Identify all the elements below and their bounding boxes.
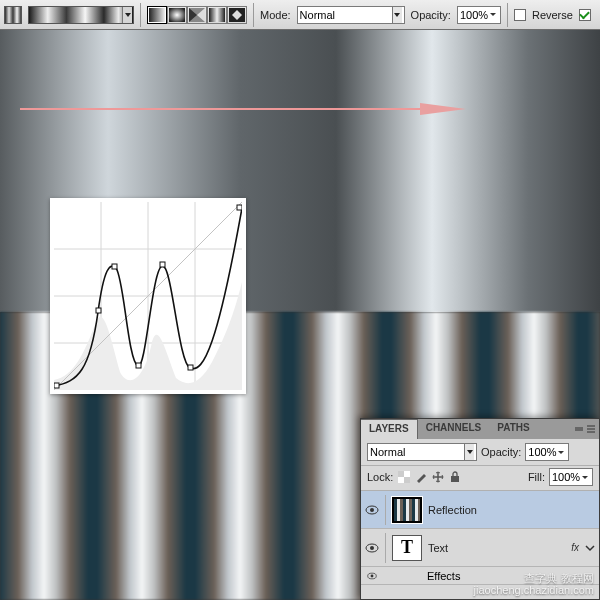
svg-rect-1 bbox=[169, 8, 185, 22]
svg-rect-21 bbox=[237, 205, 242, 210]
gradient-picker-dropdown[interactable] bbox=[122, 7, 132, 23]
svg-rect-23 bbox=[404, 477, 410, 483]
svg-point-32 bbox=[371, 574, 374, 577]
opacity-flyout-icon[interactable] bbox=[558, 451, 566, 454]
layer-thumbnail[interactable] bbox=[392, 497, 422, 523]
layer-blend-mode-value: Normal bbox=[370, 446, 405, 458]
separator bbox=[140, 3, 141, 27]
opacity-flyout-icon[interactable] bbox=[490, 13, 498, 16]
gradient-linear-button[interactable] bbox=[147, 6, 167, 24]
effects-row[interactable]: Effects bbox=[361, 567, 599, 585]
visibility-eye-icon[interactable] bbox=[367, 571, 377, 581]
mode-label: Mode: bbox=[260, 9, 291, 21]
layer-thumbnail[interactable]: T bbox=[392, 535, 422, 561]
separator bbox=[385, 495, 386, 525]
visibility-eye-icon[interactable] bbox=[365, 503, 379, 517]
svg-point-28 bbox=[370, 508, 374, 512]
svg-rect-17 bbox=[112, 264, 117, 269]
tab-layers[interactable]: LAYERS bbox=[361, 419, 418, 439]
fill-flyout-icon[interactable] bbox=[582, 476, 590, 479]
layer-opacity-input[interactable]: 100% bbox=[525, 443, 569, 461]
chevron-down-icon bbox=[464, 444, 474, 460]
layer-row[interactable]: Reflection bbox=[361, 491, 599, 529]
visibility-eye-icon[interactable] bbox=[365, 541, 379, 555]
panel-collapse-icon[interactable] bbox=[574, 424, 584, 434]
curves-overlay bbox=[50, 198, 246, 394]
gradient-diamond-button[interactable] bbox=[227, 6, 247, 24]
separator bbox=[507, 3, 508, 27]
fill-label: Fill: bbox=[528, 471, 545, 483]
svg-rect-22 bbox=[398, 471, 404, 477]
gradient-angle-button[interactable] bbox=[187, 6, 207, 24]
svg-rect-18 bbox=[136, 363, 141, 368]
svg-rect-16 bbox=[96, 308, 101, 313]
dither-checkbox[interactable] bbox=[579, 9, 591, 21]
chevron-down-icon bbox=[392, 7, 402, 23]
opacity-input[interactable]: 100% bbox=[457, 6, 501, 24]
separator bbox=[385, 533, 386, 563]
fx-badge[interactable]: fx bbox=[571, 542, 579, 553]
effects-label: Effects bbox=[427, 570, 460, 582]
svg-rect-25 bbox=[398, 477, 404, 483]
lock-pixels-icon[interactable] bbox=[414, 470, 428, 484]
reverse-label: Reverse bbox=[532, 9, 573, 21]
lock-transparent-icon[interactable] bbox=[397, 470, 411, 484]
layer-list: Reflection T Text fx Effects bbox=[361, 491, 599, 599]
lock-position-icon[interactable] bbox=[431, 470, 445, 484]
layers-panel: LAYERS CHANNELS PATHS Normal Opacity: 10… bbox=[360, 418, 600, 600]
panel-menu-icon[interactable] bbox=[586, 424, 596, 434]
layer-name[interactable]: Reflection bbox=[428, 504, 477, 516]
svg-rect-15 bbox=[54, 383, 59, 388]
layer-name[interactable]: Text bbox=[428, 542, 448, 554]
lock-label: Lock: bbox=[367, 471, 393, 483]
panel-tabs: LAYERS CHANNELS PATHS bbox=[361, 419, 599, 439]
layer-blend-mode-select[interactable]: Normal bbox=[367, 443, 477, 461]
blend-mode-value: Normal bbox=[300, 9, 335, 21]
layer-opacity-label: Opacity: bbox=[481, 446, 521, 458]
fill-input[interactable]: 100% bbox=[549, 468, 593, 486]
chevron-down-icon[interactable] bbox=[585, 543, 595, 553]
gradient-type-group bbox=[147, 6, 247, 24]
opacity-label: Opacity: bbox=[411, 9, 451, 21]
gradient-drag-indicator bbox=[20, 102, 468, 116]
svg-rect-3 bbox=[209, 8, 225, 22]
gradient-picker[interactable] bbox=[28, 6, 134, 24]
reverse-checkbox[interactable] bbox=[514, 9, 526, 21]
fill-value: 100% bbox=[552, 471, 580, 483]
tab-paths[interactable]: PATHS bbox=[489, 419, 537, 439]
svg-rect-0 bbox=[149, 8, 165, 22]
separator bbox=[253, 3, 254, 27]
tab-channels[interactable]: CHANNELS bbox=[418, 419, 490, 439]
lock-buttons bbox=[397, 470, 462, 484]
svg-rect-20 bbox=[188, 365, 193, 370]
svg-rect-24 bbox=[404, 471, 410, 477]
gradient-swatch[interactable] bbox=[4, 6, 22, 24]
svg-rect-26 bbox=[451, 476, 459, 482]
gradient-reflected-button[interactable] bbox=[207, 6, 227, 24]
gradient-options-bar: Mode: Normal Opacity: 100% Reverse bbox=[0, 0, 600, 30]
svg-marker-6 bbox=[420, 103, 466, 115]
blend-mode-select[interactable]: Normal bbox=[297, 6, 405, 24]
lock-all-icon[interactable] bbox=[448, 470, 462, 484]
gradient-radial-button[interactable] bbox=[167, 6, 187, 24]
opacity-value: 100% bbox=[460, 9, 488, 21]
svg-rect-19 bbox=[160, 262, 165, 267]
layer-row[interactable]: T Text fx bbox=[361, 529, 599, 567]
layer-opacity-value: 100% bbox=[528, 446, 556, 458]
svg-point-30 bbox=[370, 546, 374, 550]
